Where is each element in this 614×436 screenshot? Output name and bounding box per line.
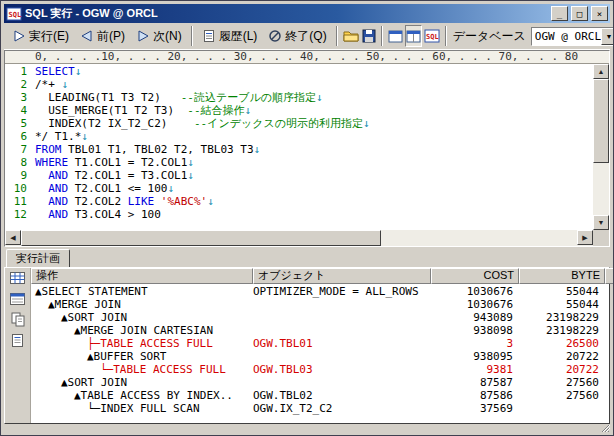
code-segment-nl: ↓	[75, 65, 82, 78]
sql-window-button[interactable]: SQL	[423, 25, 441, 47]
code-segment-id	[35, 169, 48, 182]
plan-row[interactable]: └─INDEX FULL SCANOGW.IX_T2_C237569	[31, 402, 609, 415]
plan-row[interactable]: ▲TABLE ACCESS BY INDEX..OGW.TBL028758627…	[31, 389, 609, 402]
horizontal-scroll-track[interactable]	[381, 230, 577, 246]
title-bar[interactable]: SQL SQL 実行 - OGW @ ORCL _ □ ×	[4, 4, 610, 23]
plan-byte: 23198229	[519, 324, 605, 337]
database-label: データベース	[453, 28, 526, 45]
plan-operation: ▲SORT JOIN	[31, 311, 253, 324]
plan-operation: ▲SORT JOIN	[31, 376, 253, 389]
scroll-up-button[interactable]: ▲	[593, 64, 609, 79]
editor-line[interactable]: 7FROM TBL01 T1, TBL02 T2, TBL03 T3↓	[5, 143, 593, 156]
open-file-button[interactable]	[342, 25, 360, 47]
maximize-icon: □	[577, 9, 582, 19]
scroll-down-button[interactable]: ▼	[593, 215, 609, 230]
play-icon	[12, 29, 26, 43]
editor-line[interactable]: 1SELECT↓	[5, 65, 593, 78]
vertical-scroll-thumb[interactable]	[593, 79, 609, 163]
plan-row[interactable]: ▲MERGE JOIN CARTESIAN93809823198229	[31, 324, 609, 337]
minimize-button[interactable]: _	[551, 6, 568, 21]
editor-line[interactable]: 6*/ T1.*↓	[5, 130, 593, 143]
editor-line[interactable]: 4 USE_MERGE(T1 T2 T3) --結合操作↓	[5, 104, 593, 117]
plan-object: OPTIMIZER_MODE = ALL_ROWS	[253, 285, 431, 298]
plan-object	[253, 350, 431, 363]
plan-grid-button[interactable]	[8, 269, 28, 286]
toolbar-separator	[381, 26, 383, 46]
export-plan-button[interactable]	[8, 332, 28, 349]
plan-object	[253, 311, 431, 324]
column-header-byte[interactable]: BYTE	[519, 268, 605, 284]
vertical-scrollbar[interactable]: ▲ ▼	[593, 64, 609, 230]
resize-grip[interactable]	[597, 424, 610, 432]
prev-button[interactable]: 前(P)	[75, 25, 130, 47]
horizontal-scrollbar[interactable]: ◀ ▶	[5, 230, 609, 246]
plan-cost: 87587	[431, 376, 519, 389]
app-icon: SQL	[6, 6, 22, 22]
next-button[interactable]: 次(N)	[131, 25, 187, 47]
scroll-right-button[interactable]: ▶	[577, 230, 593, 245]
code-segment-nl: ↓	[207, 195, 214, 208]
editor-line[interactable]: 9 AND T2.COL1 = T3.COL1↓	[5, 169, 593, 182]
plan-row[interactable]: ├─TABLE ACCESS FULLOGW.TBL01326500	[31, 337, 609, 350]
window-layout-button[interactable]	[387, 25, 404, 47]
editor-line[interactable]: 8WHERE T1.COL1 = T2.COL1↓	[5, 156, 593, 169]
line-number: 12	[5, 208, 35, 221]
column-header-object[interactable]: オブジェクト	[253, 268, 431, 284]
line-number: 5	[5, 117, 35, 130]
plan-row[interactable]: ▲MERGE JOIN103067655044	[31, 298, 609, 311]
line-number: 4	[5, 104, 35, 117]
svg-text:SQL: SQL	[426, 33, 439, 41]
grid-icon	[10, 271, 25, 285]
column-header-operation[interactable]: 操作	[31, 268, 253, 284]
plan-form-button[interactable]	[8, 290, 28, 307]
plan-operation: ▲BUFFER SORT	[31, 350, 253, 363]
page-icon	[11, 333, 24, 348]
toolbar-separator	[191, 26, 193, 46]
line-number: 6	[5, 130, 35, 143]
plan-operation: ▲MERGE JOIN	[31, 298, 253, 311]
execution-plan-panel: 操作 オブジェクト COST BYTE ▲SELECT STATEMENTOPT…	[4, 267, 610, 424]
tab-execution-plan[interactable]: 実行計画	[6, 249, 70, 267]
database-combobox[interactable]: OGW @ ORCL ▼	[531, 27, 614, 46]
combo-dropdown-button[interactable]: ▼	[601, 28, 614, 45]
plan-operation: ▲SELECT STATEMENT	[31, 285, 253, 298]
arrow-left-icon: ◀	[10, 234, 15, 241]
vertical-scroll-track[interactable]	[593, 163, 609, 215]
history-button[interactable]: 履歴(L)	[197, 25, 263, 47]
split-layout-button[interactable]	[405, 25, 422, 47]
editor-line[interactable]: 5 INDEX(T2 IX_T2_C2) --インデックスの明示的利用指定↓	[5, 117, 593, 130]
save-button[interactable]	[361, 25, 377, 47]
plan-object: OGW.IX_T2_C2	[253, 402, 431, 415]
editor-line[interactable]: 10 AND T2.COL1 <= 100↓	[5, 182, 593, 195]
maximize-button[interactable]: □	[571, 6, 588, 21]
plan-byte: 55044	[519, 298, 605, 311]
plan-operation: ├─TABLE ACCESS FULL	[31, 337, 253, 350]
folder-open-icon	[343, 29, 359, 43]
copy-plan-button[interactable]	[8, 311, 28, 328]
copy-icon	[11, 312, 25, 327]
plan-row[interactable]: ▲SORT JOIN94308923198229	[31, 311, 609, 324]
code-segment-nl: ↓	[187, 156, 194, 169]
horizontal-scroll-thumb[interactable]	[21, 230, 381, 246]
bottom-tab-bar: 実行計画	[4, 247, 610, 267]
column-header-cost[interactable]: COST	[431, 268, 519, 284]
code-segment-id	[35, 208, 48, 221]
line-number: 7	[5, 143, 35, 156]
editor-line[interactable]: 12 AND T3.COL4 > 100	[5, 208, 593, 221]
plan-row[interactable]: ▲SORT JOIN8758727560	[31, 376, 609, 389]
code-segment-kw: SELECT	[35, 65, 75, 78]
plan-operation: ▲MERGE JOIN CARTESIAN	[31, 324, 253, 337]
editor-line[interactable]: 11 AND T2.COL2 LIKE '%ABC%'↓	[5, 195, 593, 208]
editor-line[interactable]: 3 LEADING(T1 T3 T2) --読込テーブルの順序指定↓	[5, 91, 593, 104]
close-button[interactable]: ×	[591, 6, 608, 21]
quit-button[interactable]: 終了(Q)	[263, 25, 331, 47]
scroll-left-button[interactable]: ◀	[5, 230, 21, 245]
arrow-down-icon: ▼	[598, 219, 605, 226]
sql-editor[interactable]: 1SELECT↓2/*+ ↓3 LEADING(T1 T3 T2) --読込テー…	[5, 64, 593, 230]
plan-row[interactable]: └─TABLE ACCESS FULLOGW.TBL03938120722	[31, 363, 609, 376]
run-button[interactable]: 実行(E)	[7, 25, 74, 47]
editor-line[interactable]: 2/*+ ↓	[5, 78, 593, 91]
line-number: 10	[5, 182, 35, 195]
plan-row[interactable]: ▲SELECT STATEMENTOPTIMIZER_MODE = ALL_RO…	[31, 285, 609, 298]
plan-row[interactable]: ▲BUFFER SORT93809520722	[31, 350, 609, 363]
